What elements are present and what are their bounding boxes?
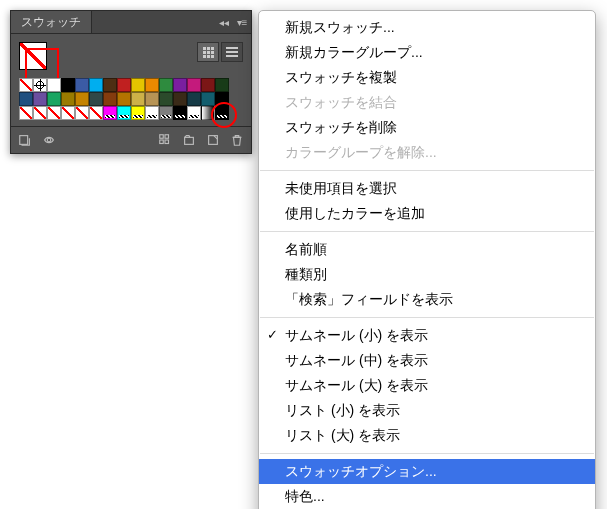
swatch-cell[interactable]	[33, 92, 47, 106]
panel-menu-icon[interactable]: ▾≡	[233, 11, 251, 33]
swatch-cell[interactable]	[33, 78, 47, 92]
menu-separator	[260, 170, 594, 171]
svg-rect-2	[160, 135, 164, 139]
swatch-libraries-menu-icon[interactable]	[17, 132, 33, 148]
swatch-cell[interactable]	[47, 78, 61, 92]
swatch-cell[interactable]	[215, 78, 229, 92]
swatch-cell[interactable]	[47, 92, 61, 106]
thumbnail-view-button[interactable]	[197, 42, 219, 62]
menu-item[interactable]: スウォッチオプション...	[259, 459, 595, 484]
svg-rect-6	[185, 137, 194, 144]
swatch-cell[interactable]	[145, 106, 159, 120]
menu-item[interactable]: 「検索」フィールドを表示	[259, 287, 595, 312]
swatch-cell[interactable]	[201, 92, 215, 106]
swatch-cell[interactable]	[145, 92, 159, 106]
menu-separator	[260, 453, 594, 454]
swatch-cell[interactable]	[201, 106, 215, 120]
show-swatch-kinds-icon[interactable]	[41, 132, 57, 148]
svg-rect-4	[160, 140, 164, 144]
swatch-cell[interactable]	[187, 106, 201, 120]
menu-item: カラーグループを解除...	[259, 140, 595, 165]
menu-item[interactable]: 新規スウォッチ...	[259, 15, 595, 40]
swatch-cell[interactable]	[215, 106, 229, 120]
swatch-cell[interactable]	[131, 78, 145, 92]
svg-rect-0	[20, 136, 28, 145]
list-view-button[interactable]	[221, 42, 243, 62]
new-color-group-icon[interactable]	[181, 132, 197, 148]
swatch-cell[interactable]	[19, 92, 33, 106]
panel-tab-swatches[interactable]: スウォッチ	[11, 11, 92, 33]
swatch-cell[interactable]	[33, 106, 47, 120]
menu-item[interactable]: 種類別	[259, 262, 595, 287]
panel-collapse-icon[interactable]: ◂◂	[215, 11, 233, 33]
panel-header: スウォッチ ◂◂ ▾≡	[11, 11, 251, 34]
swatch-options-icon[interactable]	[157, 132, 173, 148]
swatch-cell[interactable]	[103, 106, 117, 120]
menu-item[interactable]: サムネール (小) を表示	[259, 323, 595, 348]
swatches-panel: スウォッチ ◂◂ ▾≡	[10, 10, 252, 154]
swatch-cell[interactable]	[89, 92, 103, 106]
swatch-cell[interactable]	[173, 92, 187, 106]
swatch-cell[interactable]	[145, 78, 159, 92]
panel-footer	[11, 126, 251, 153]
menu-item: スウォッチを結合	[259, 90, 595, 115]
swatch-cell[interactable]	[117, 78, 131, 92]
swatch-cell[interactable]	[201, 78, 215, 92]
swatch-cell[interactable]	[159, 106, 173, 120]
swatch-cell[interactable]	[19, 78, 33, 92]
menu-item[interactable]: 新規カラーグループ...	[259, 40, 595, 65]
swatch-cell[interactable]	[61, 106, 75, 120]
swatch-cell[interactable]	[89, 106, 103, 120]
swatch-cell[interactable]	[61, 92, 75, 106]
swatch-cell[interactable]	[215, 92, 229, 106]
swatch-cell[interactable]	[173, 106, 187, 120]
swatch-cell[interactable]	[103, 78, 117, 92]
list-icon	[226, 47, 238, 57]
swatch-cell[interactable]	[117, 92, 131, 106]
menu-item[interactable]: スウォッチを複製	[259, 65, 595, 90]
svg-rect-3	[165, 135, 169, 139]
menu-separator	[260, 231, 594, 232]
swatch-cell[interactable]	[19, 106, 33, 120]
delete-swatch-icon[interactable]	[229, 132, 245, 148]
swatch-cell[interactable]	[159, 78, 173, 92]
menu-item[interactable]: スウォッチを削除	[259, 115, 595, 140]
menu-item[interactable]: リスト (大) を表示	[259, 423, 595, 448]
swatch-cell[interactable]	[61, 78, 75, 92]
swatch-cell[interactable]	[117, 106, 131, 120]
swatch-cell[interactable]	[131, 92, 145, 106]
swatch-cell[interactable]	[187, 92, 201, 106]
view-toggle-group	[197, 42, 243, 62]
svg-rect-5	[165, 140, 169, 144]
swatch-cell[interactable]	[75, 78, 89, 92]
panel-header-spacer	[92, 11, 215, 33]
swatches-flyout-menu: 新規スウォッチ...新規カラーグループ...スウォッチを複製スウォッチを結合スウ…	[258, 10, 596, 509]
grid-icon	[203, 47, 214, 58]
menu-item[interactable]: 名前順	[259, 237, 595, 262]
current-swatch-none[interactable]	[19, 42, 47, 70]
menu-item[interactable]: サムネール (中) を表示	[259, 348, 595, 373]
swatch-cell[interactable]	[75, 106, 89, 120]
menu-item[interactable]: 特色...	[259, 484, 595, 509]
svg-point-1	[47, 138, 51, 142]
swatch-cell[interactable]	[89, 78, 103, 92]
swatch-cell[interactable]	[131, 106, 145, 120]
menu-item[interactable]: 使用したカラーを追加	[259, 201, 595, 226]
swatch-cell[interactable]	[159, 92, 173, 106]
menu-item[interactable]: サムネール (大) を表示	[259, 373, 595, 398]
svg-rect-7	[209, 136, 218, 145]
panel-body	[11, 34, 251, 126]
menu-separator	[260, 317, 594, 318]
menu-item[interactable]: 未使用項目を選択	[259, 176, 595, 201]
menu-item[interactable]: リスト (小) を表示	[259, 398, 595, 423]
swatch-cell[interactable]	[75, 92, 89, 106]
new-swatch-icon[interactable]	[205, 132, 221, 148]
swatch-cell[interactable]	[187, 78, 201, 92]
swatch-cell[interactable]	[47, 106, 61, 120]
swatch-cell[interactable]	[173, 78, 187, 92]
swatch-grid	[19, 78, 229, 120]
swatch-cell[interactable]	[103, 92, 117, 106]
